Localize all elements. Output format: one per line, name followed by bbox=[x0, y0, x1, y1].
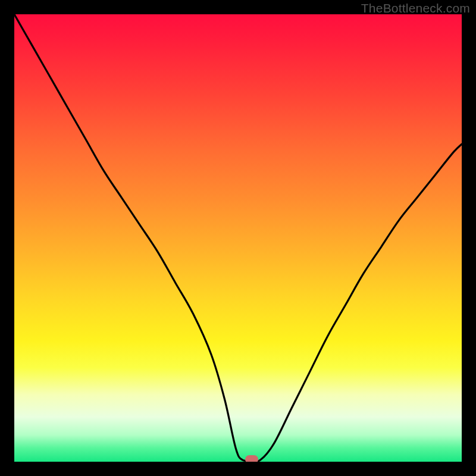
watermark-label: TheBottleneck.com bbox=[361, 1, 470, 15]
bottleneck-curve bbox=[14, 14, 462, 462]
plot-area bbox=[14, 14, 462, 462]
chart-frame: TheBottleneck.com bbox=[0, 0, 476, 476]
optimal-marker bbox=[245, 455, 258, 462]
